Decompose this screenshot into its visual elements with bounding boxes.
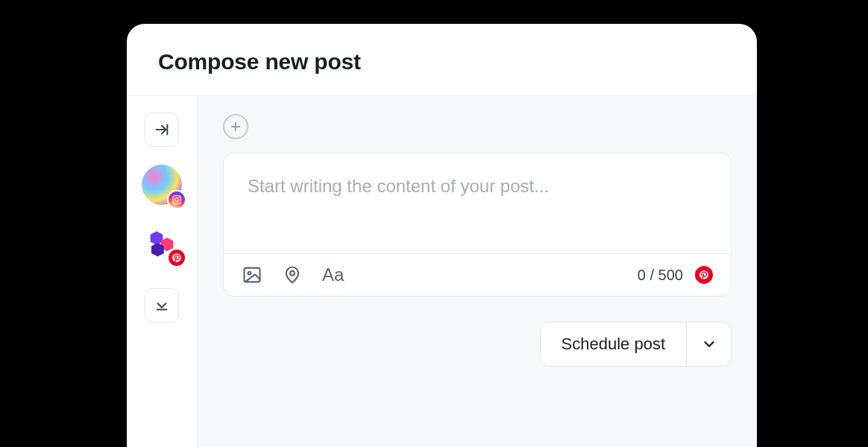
collapse-icon [154,121,170,138]
post-content-input[interactable] [224,153,731,250]
modal-title: Compose new post [158,49,726,74]
schedule-button-group: Schedule post [540,322,732,367]
instagram-badge-icon [167,190,186,209]
text-style-icon: Aa [322,266,344,284]
chevron-down-icon [701,336,717,352]
toolbar-left: Aa [242,264,344,285]
composer-footer: Schedule post [223,322,732,367]
image-icon [242,264,262,285]
toolbar-right: 0 / 500 [638,266,713,284]
compose-post-modal: Compose new post [127,24,757,447]
schedule-options-dropdown[interactable] [687,322,732,367]
modal-body: Aa 0 / 500 Schedule post [127,96,757,447]
pinterest-badge-icon [167,248,186,267]
text-style-button[interactable]: Aa [322,266,344,284]
svg-rect-0 [173,196,181,204]
collapse-sidebar-button[interactable] [145,112,179,147]
account-instagram[interactable] [142,165,182,205]
location-pin-icon [282,264,303,285]
svg-point-1 [175,198,179,202]
svg-point-8 [290,271,295,276]
composer-card: Aa 0 / 500 [223,153,732,297]
accounts-sidebar [127,96,198,447]
network-pinterest-icon [695,266,713,284]
char-count: 0 / 500 [638,267,683,284]
composer-toolbar: Aa 0 / 500 [224,253,731,296]
svg-point-7 [248,272,251,275]
plus-icon [229,120,242,133]
svg-point-2 [179,197,180,197]
add-post-row [223,114,732,139]
modal-header: Compose new post [127,24,757,96]
expand-accounts-button[interactable] [145,288,179,323]
expand-down-icon [154,297,170,314]
svg-rect-6 [245,268,260,282]
add-post-button[interactable] [223,114,248,139]
add-location-button[interactable] [282,264,303,285]
account-pinterest[interactable] [142,223,182,263]
add-image-button[interactable] [242,264,262,285]
composer-main: Aa 0 / 500 Schedule post [198,96,757,447]
schedule-post-button[interactable]: Schedule post [540,322,687,367]
